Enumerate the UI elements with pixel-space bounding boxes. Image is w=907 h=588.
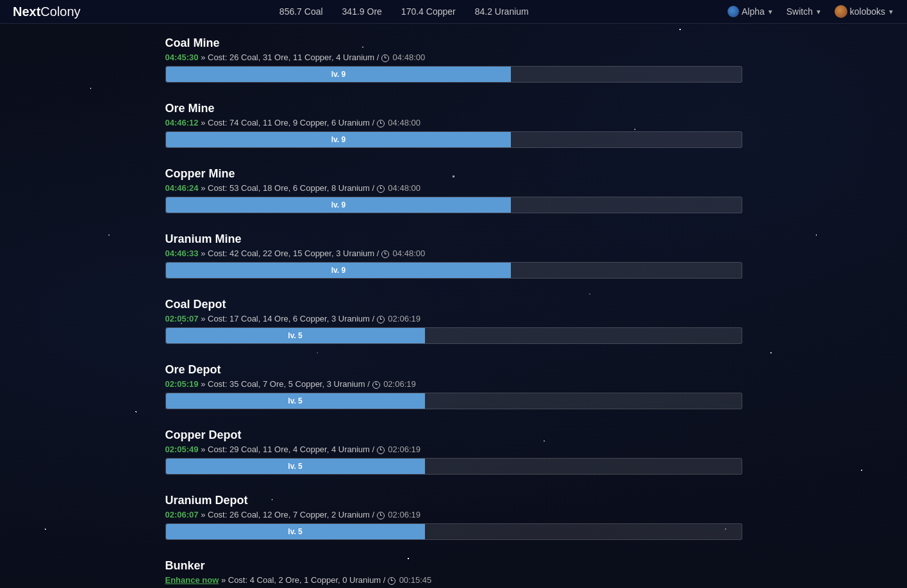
progress-bar[interactable]: lv. 9 [166, 197, 512, 213]
planet-dropdown-label: Alpha [742, 6, 765, 17]
building-duration: 02:06:19 [386, 445, 420, 454]
user-dropdown[interactable]: koloboks ▼ [835, 5, 894, 18]
resource-coal: 856.7 Coal [279, 6, 323, 17]
building-item: BunkerEnhance now » Cost: 4 Coal, 2 Ore,… [165, 559, 742, 588]
brand-colony: Colony [40, 4, 80, 19]
building-cost: » Cost: 74 Coal, 11 Ore, 9 Copper, 6 Ura… [199, 118, 377, 127]
building-timer: 02:05:07 [165, 314, 199, 323]
progress-bar[interactable]: lv. 5 [166, 459, 425, 474]
clock-icon [377, 446, 385, 454]
resource-uranium: 84.2 Uranium [475, 6, 529, 17]
building-info: 02:05:49 » Cost: 29 Coal, 11 Ore, 4 Copp… [165, 445, 742, 454]
building-info: 04:46:12 » Cost: 74 Coal, 11 Ore, 9 Copp… [165, 118, 742, 127]
user-avatar-icon [835, 5, 847, 18]
building-item: Ore Depot02:05:19 » Cost: 35 Coal, 7 Ore… [165, 363, 742, 409]
building-info: 02:05:07 » Cost: 17 Coal, 14 Ore, 6 Copp… [165, 314, 742, 323]
building-cost: » Cost: 26 Coal, 12 Ore, 7 Copper, 2 Ura… [199, 510, 377, 519]
switch-dropdown-arrow: ▼ [815, 8, 822, 15]
planet-icon [728, 6, 739, 17]
progress-bar[interactable]: lv. 5 [166, 524, 425, 539]
building-info: 04:45:30 » Cost: 26 Coal, 31 Ore, 11 Cop… [165, 53, 742, 62]
building-duration: 00:15:45 [397, 575, 431, 585]
building-item: Ore Mine04:46:12 » Cost: 74 Coal, 11 Ore… [165, 102, 742, 148]
building-duration: 02:06:19 [386, 510, 420, 519]
building-timer[interactable]: Enhance now [165, 575, 219, 585]
building-cost: » Cost: 29 Coal, 11 Ore, 4 Copper, 4 Ura… [199, 445, 377, 454]
progress-container: lv. 9 [165, 262, 742, 279]
planet-dropdown-arrow: ▼ [767, 8, 774, 15]
building-cost: » Cost: 53 Coal, 18 Ore, 6 Copper, 8 Ura… [199, 183, 377, 193]
clock-icon [388, 577, 395, 585]
building-name: Bunker [165, 559, 742, 573]
building-duration: 02:06:19 [381, 379, 416, 389]
clock-icon [377, 185, 385, 193]
navbar: NextColony 856.7 Coal341.9 Ore170.4 Copp… [0, 0, 907, 24]
building-duration: 04:48:00 [390, 249, 425, 258]
clock-icon [377, 120, 385, 127]
building-timer: 02:05:49 [165, 445, 199, 454]
building-timer: 04:46:24 [165, 183, 199, 193]
navbar-right: Alpha ▼ Switch ▼ koloboks ▼ [728, 5, 894, 18]
progress-container: lv. 5 [165, 327, 742, 344]
progress-bar[interactable]: lv. 9 [166, 263, 512, 278]
building-name: Copper Mine [165, 167, 742, 181]
building-item: Coal Mine04:45:30 » Cost: 26 Coal, 31 Or… [165, 37, 742, 83]
building-cost: » Cost: 35 Coal, 7 Ore, 5 Copper, 3 Uran… [199, 379, 372, 389]
building-duration: 04:48:00 [390, 53, 425, 62]
progress-bar[interactable]: lv. 5 [166, 393, 425, 409]
building-name: Uranium Mine [165, 233, 742, 246]
clock-icon [377, 316, 385, 323]
resource-copper: 170.4 Copper [401, 6, 456, 17]
user-dropdown-label: koloboks [850, 6, 885, 17]
progress-bar[interactable]: lv. 5 [166, 328, 425, 343]
building-cost: » Cost: 17 Coal, 14 Ore, 6 Copper, 3 Ura… [199, 314, 377, 323]
resource-bar: 856.7 Coal341.9 Ore170.4 Copper84.2 Uran… [100, 6, 708, 17]
clock-icon [381, 54, 389, 62]
progress-container: lv. 9 [165, 66, 742, 83]
clock-icon [377, 512, 385, 519]
progress-bar[interactable]: lv. 9 [166, 132, 512, 147]
building-item: Copper Depot02:05:49 » Cost: 29 Coal, 11… [165, 429, 742, 475]
building-timer: 02:06:07 [165, 510, 199, 519]
progress-container: lv. 9 [165, 197, 742, 213]
building-item: Uranium Mine04:46:33 » Cost: 42 Coal, 22… [165, 233, 742, 279]
building-item: Uranium Depot02:06:07 » Cost: 26 Coal, 1… [165, 494, 742, 540]
progress-container: lv. 5 [165, 393, 742, 409]
building-cost: » Cost: 26 Coal, 31 Ore, 11 Copper, 4 Ur… [199, 53, 381, 62]
building-name: Ore Mine [165, 102, 742, 115]
building-info: Enhance now » Cost: 4 Coal, 2 Ore, 1 Cop… [165, 575, 742, 585]
building-name: Copper Depot [165, 429, 742, 442]
building-info: 02:06:07 » Cost: 26 Coal, 12 Ore, 7 Copp… [165, 510, 742, 519]
building-name: Coal Depot [165, 298, 742, 311]
building-timer: 04:45:30 [165, 53, 199, 62]
building-cost: » Cost: 42 Coal, 22 Ore, 15 Copper, 3 Ur… [199, 249, 381, 258]
building-name: Uranium Depot [165, 494, 742, 507]
brand-logo[interactable]: NextColony [13, 4, 81, 19]
building-info: 02:05:19 » Cost: 35 Coal, 7 Ore, 5 Coppe… [165, 379, 742, 389]
main-content: Coal Mine04:45:30 » Cost: 26 Coal, 31 Or… [165, 24, 742, 588]
building-timer: 04:46:12 [165, 118, 199, 127]
user-dropdown-arrow: ▼ [888, 8, 894, 15]
progress-bar[interactable]: lv. 9 [166, 67, 512, 82]
building-cost: » Cost: 4 Coal, 2 Ore, 1 Copper, 0 Urani… [219, 575, 388, 585]
building-timer: 04:46:33 [165, 249, 199, 258]
switch-dropdown-label: Switch [786, 6, 813, 17]
progress-container: lv. 5 [165, 523, 742, 540]
progress-container: lv. 5 [165, 458, 742, 475]
clock-icon [372, 381, 380, 389]
building-duration: 04:48:00 [386, 118, 420, 127]
progress-container: lv. 9 [165, 131, 742, 148]
building-name: Coal Mine [165, 37, 742, 50]
switch-dropdown[interactable]: Switch ▼ [786, 6, 822, 17]
brand-next: Next [13, 4, 40, 19]
building-timer: 02:05:19 [165, 379, 199, 389]
resource-ore: 341.9 Ore [342, 6, 382, 17]
building-info: 04:46:24 » Cost: 53 Coal, 18 Ore, 6 Copp… [165, 183, 742, 193]
building-duration: 02:06:19 [386, 314, 420, 323]
building-info: 04:46:33 » Cost: 42 Coal, 22 Ore, 15 Cop… [165, 249, 742, 258]
clock-icon [381, 250, 389, 258]
building-item: Copper Mine04:46:24 » Cost: 53 Coal, 18 … [165, 167, 742, 213]
planet-dropdown[interactable]: Alpha ▼ [728, 6, 774, 17]
building-duration: 04:48:00 [386, 183, 420, 193]
building-item: Coal Depot02:05:07 » Cost: 17 Coal, 14 O… [165, 298, 742, 344]
